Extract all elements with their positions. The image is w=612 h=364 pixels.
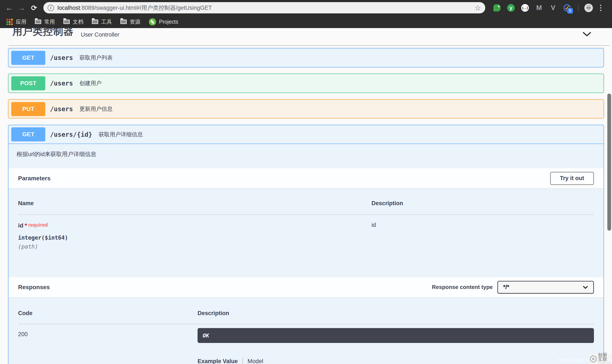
response-code-header: Code bbox=[18, 309, 197, 317]
endpoint-path: /users/{id} bbox=[50, 131, 92, 138]
bookmark-folder-gongju[interactable]: 工具 bbox=[92, 18, 112, 25]
bookmark-apps[interactable]: 应用 bbox=[6, 18, 26, 25]
bookmark-folder-ziyuan[interactable]: 资源 bbox=[120, 18, 140, 25]
response-row-200: 200 OK bbox=[18, 328, 594, 343]
bookmark-projects[interactable]: Projects bbox=[149, 18, 178, 26]
site-info-icon[interactable]: i bbox=[48, 5, 54, 11]
browser-toolbar: ← → ⟳ i localhost:8089/swagger-ui.html#/… bbox=[0, 0, 612, 15]
apps-grid-icon bbox=[6, 19, 13, 25]
checker-extension-icon[interactable]: ✓ 5 bbox=[563, 4, 571, 12]
folder-icon bbox=[35, 20, 41, 24]
y-extension-icon[interactable]: y bbox=[507, 4, 515, 12]
opblock-header-get-users[interactable]: GET /users 获取用户列表 bbox=[9, 49, 603, 67]
opblock-get-users-id: GET /users/{id} 获取用户详细信息 根据url的id来获取用户详细… bbox=[8, 125, 604, 364]
response-description-header: Description bbox=[197, 309, 594, 317]
endpoint-summary: 更新用户信息 bbox=[79, 105, 113, 113]
response-tabs: Example Value Model bbox=[18, 357, 594, 364]
tab-example-value[interactable]: Example Value bbox=[197, 358, 238, 364]
endpoint-path: /users bbox=[50, 79, 73, 87]
opblock-get-users: GET /users 获取用户列表 bbox=[8, 48, 604, 67]
endpoint-summary: 获取用户列表 bbox=[79, 54, 113, 62]
bookmark-label: 应用 bbox=[16, 18, 26, 25]
page-scrollbar-thumb[interactable] bbox=[607, 93, 611, 231]
tag-collapse-button[interactable] bbox=[582, 31, 592, 38]
parameters-section-header: Parameters Try it out bbox=[9, 168, 603, 188]
tab-separator bbox=[242, 357, 243, 364]
watermark-brand: 创新互联 bbox=[598, 352, 611, 362]
tag-divider bbox=[8, 45, 610, 46]
opblock-put-users: PUT /users 更新用户信息 bbox=[8, 99, 604, 118]
bookmark-folder-wendang[interactable]: 文档 bbox=[63, 18, 83, 25]
parameters-title: Parameters bbox=[18, 175, 51, 182]
tag-subtitle: User Controller bbox=[81, 31, 119, 38]
bookmark-label: 资源 bbox=[130, 18, 140, 25]
reload-icon[interactable]: ⟳ bbox=[29, 3, 39, 13]
parameter-type: integer($int64) bbox=[18, 234, 372, 241]
url-path: :8089/swagger-ui.html#/用户类控制器/getUsingGE… bbox=[80, 5, 212, 11]
response-content-type-select[interactable]: */* bbox=[497, 281, 594, 294]
parameters-table: Name Description id*required integer($in… bbox=[9, 188, 603, 250]
back-icon[interactable]: ← bbox=[5, 3, 14, 13]
extension-badge: 5 bbox=[567, 8, 573, 13]
m-shield-extension-icon[interactable]: M bbox=[535, 4, 543, 12]
responses-table: Code Description 200 OK Example Value Mo… bbox=[9, 297, 603, 364]
forward-icon[interactable]: → bbox=[17, 3, 26, 13]
method-badge-get: GET bbox=[11, 127, 45, 141]
response-code: 200 bbox=[18, 328, 197, 343]
bookmark-star-icon[interactable]: ☆ bbox=[475, 4, 481, 12]
browser-menu-icon[interactable] bbox=[600, 5, 601, 11]
opblock-header-put-users[interactable]: PUT /users 更新用户信息 bbox=[9, 100, 603, 118]
watermark-logo: ✕ 创新互联 CHUANG XIN HU LIAN bbox=[589, 354, 612, 364]
spring-leaf-icon bbox=[149, 18, 156, 26]
folder-icon bbox=[120, 20, 127, 24]
profile-avatar[interactable] bbox=[584, 4, 593, 12]
param-description-header: Description bbox=[372, 199, 594, 208]
method-badge-put: PUT bbox=[11, 102, 45, 116]
tag-title: 用户类控制器 bbox=[12, 28, 74, 38]
parameter-description: id bbox=[372, 221, 594, 250]
swagger-page: 用户类控制器 User Controller GET /users 获取用户列表… bbox=[0, 28, 612, 364]
response-content-type-label: Response content type bbox=[432, 284, 493, 290]
parameter-location: (path) bbox=[18, 244, 372, 250]
bookmarks-bar: 应用 常用 文档 工具 资源 Projects bbox=[0, 15, 612, 28]
watermark-x-icon: ✕ bbox=[590, 355, 597, 362]
parameter-name: id*required bbox=[18, 221, 372, 229]
vue-devtools-extension-icon[interactable]: V bbox=[549, 4, 557, 12]
method-badge-post: POST bbox=[11, 76, 45, 90]
chevron-down-icon bbox=[583, 286, 588, 289]
operation-description: 根据url的id来获取用户详细信息 bbox=[17, 150, 603, 158]
alien-avatar-icon bbox=[585, 4, 592, 12]
bookmark-label: 文档 bbox=[73, 18, 83, 25]
endpoint-path: /users bbox=[50, 105, 73, 113]
bookmark-folder-changyong[interactable]: 常用 bbox=[35, 18, 55, 25]
responses-section-header: Responses Response content type */* bbox=[9, 277, 603, 297]
required-asterisk: * bbox=[25, 222, 27, 229]
bookmark-label: Projects bbox=[159, 19, 178, 25]
selected-content-type: */* bbox=[503, 284, 509, 290]
json-formatter-extension-icon[interactable]: {…} bbox=[521, 4, 529, 12]
endpoint-summary: 创建用户 bbox=[79, 79, 102, 87]
opblock-header-post-users[interactable]: POST /users 创建用户 bbox=[9, 74, 603, 92]
url-host: localhost bbox=[57, 5, 80, 11]
try-it-out-button[interactable]: Try it out bbox=[550, 172, 594, 185]
extensions-row: y {…} M V ✓ 5 bbox=[493, 4, 607, 12]
opblock-header-get-users-id[interactable]: GET /users/{id} 获取用户详细信息 bbox=[9, 125, 603, 144]
bookmark-label: 工具 bbox=[101, 18, 112, 25]
watermark-brand-sub: CHUANG XIN HU LIAN bbox=[598, 362, 611, 364]
folder-icon bbox=[63, 20, 70, 24]
chevron-down-icon bbox=[582, 31, 592, 37]
address-bar[interactable]: i localhost:8089/swagger-ui.html#/用户类控制器… bbox=[43, 2, 485, 13]
method-badge-get: GET bbox=[11, 51, 45, 65]
tab-model[interactable]: Model bbox=[247, 358, 263, 364]
tag-section-header: 用户类控制器 User Controller bbox=[0, 28, 612, 46]
endpoint-path: /users bbox=[50, 54, 73, 62]
response-description-box: OK bbox=[197, 328, 594, 343]
responses-title: Responses bbox=[18, 284, 50, 291]
bookmark-label: 常用 bbox=[44, 18, 55, 25]
param-name-header: Name bbox=[18, 199, 372, 208]
folder-icon bbox=[92, 20, 98, 24]
parameter-row: id*required integer($int64) (path) id bbox=[18, 215, 594, 250]
table-divider bbox=[18, 324, 594, 324]
evernote-extension-icon[interactable] bbox=[493, 4, 501, 12]
url-text: localhost:8089/swagger-ui.html#/用户类控制器/g… bbox=[57, 4, 212, 12]
